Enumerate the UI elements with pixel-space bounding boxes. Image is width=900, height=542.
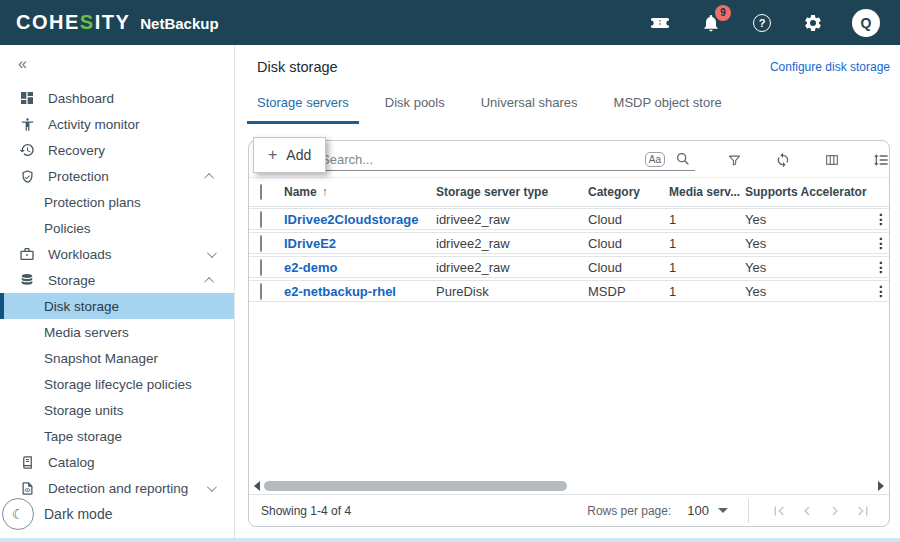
help-icon[interactable]: ? xyxy=(750,11,774,35)
gear-icon xyxy=(803,13,823,33)
sidebar-collapse-icon[interactable]: « xyxy=(18,55,34,73)
sidebar-item-activity-monitor[interactable]: Activity monitor xyxy=(0,111,234,137)
user-avatar[interactable]: Q xyxy=(852,9,880,37)
sidebar-item-label: Workloads xyxy=(48,247,112,262)
column-header-category[interactable]: Category xyxy=(588,185,669,199)
row-checkbox[interactable] xyxy=(260,283,262,300)
column-header-supports-accelerator[interactable]: Supports Accelerator xyxy=(745,185,873,199)
tab-bar: Storage servers Disk pools Universal sha… xyxy=(247,95,900,124)
select-all-checkbox[interactable] xyxy=(260,184,262,200)
row-checkbox[interactable] xyxy=(260,259,262,276)
storage-server-name-link[interactable]: e2-demo xyxy=(284,260,436,275)
table-row[interactable]: IDrivee2Cloudstorage idrivee2_raw Cloud … xyxy=(249,208,889,230)
sidebar-item-disk-storage[interactable]: Disk storage xyxy=(0,293,234,319)
sidebar-item-policies[interactable]: Policies xyxy=(0,215,234,241)
sidebar-item-recovery[interactable]: Recovery xyxy=(0,137,234,163)
scroll-right-arrow[interactable] xyxy=(878,481,884,491)
column-header-media-servers[interactable]: Media serv... xyxy=(669,185,745,199)
sidebar-item-storage[interactable]: Storage xyxy=(0,267,234,293)
cell-storage-server-type: idrivee2_raw xyxy=(436,236,588,251)
main-content: Disk storage Configure disk storage Stor… xyxy=(235,45,900,538)
page-title: Disk storage xyxy=(257,59,338,75)
column-header-storage-server-type[interactable]: Storage server type xyxy=(436,185,588,199)
sort-ascending-icon: ↑ xyxy=(322,185,328,199)
scrollbar-thumb[interactable] xyxy=(264,481,567,491)
add-button[interactable]: + Add xyxy=(253,137,326,173)
refresh-icon[interactable] xyxy=(775,152,791,168)
cell-supports-accelerator: Yes xyxy=(745,212,873,227)
dashboard-icon xyxy=(18,90,36,106)
row-actions-kebab-icon[interactable]: ⋮ xyxy=(873,260,889,274)
sidebar-item-label: Media servers xyxy=(44,325,129,340)
match-case-toggle[interactable]: Aa xyxy=(645,152,665,167)
cell-storage-server-type: idrivee2_raw xyxy=(436,212,588,227)
sidebar-item-workloads[interactable]: Workloads xyxy=(0,241,234,267)
row-checkbox[interactable] xyxy=(260,211,262,228)
configure-disk-storage-link[interactable]: Configure disk storage xyxy=(770,60,890,74)
sidebar-item-snapshot-manager[interactable]: Snapshot Manager xyxy=(0,345,234,371)
tab-disk-pools[interactable]: Disk pools xyxy=(375,95,455,124)
sidebar-item-protection-plans[interactable]: Protection plans xyxy=(0,189,234,215)
moon-icon: ☾ xyxy=(2,498,34,530)
shield-check-icon xyxy=(18,169,36,184)
license-ticket-icon[interactable] xyxy=(648,11,672,35)
restore-clock-icon xyxy=(18,142,36,158)
table-row[interactable]: e2-netbackup-rhel PureDisk MSDP 1 Yes ⋮ xyxy=(249,280,889,302)
sidebar-item-tape-storage[interactable]: Tape storage xyxy=(0,423,234,449)
app-window: COHESITY NetBackup 9 ? xyxy=(0,0,900,542)
row-checkbox[interactable] xyxy=(260,235,262,252)
storage-server-name-link[interactable]: e2-netbackup-rhel xyxy=(284,284,436,299)
storage-servers-card: + Add Aa xyxy=(248,140,890,527)
tab-storage-servers[interactable]: Storage servers xyxy=(247,95,359,124)
next-page-button[interactable] xyxy=(821,499,849,523)
sidebar-item-label: Tape storage xyxy=(44,429,122,444)
first-page-button[interactable] xyxy=(765,499,793,523)
footer-divider xyxy=(748,499,749,523)
dark-mode-toggle[interactable]: ☾ Dark mode xyxy=(2,498,112,530)
sidebar-item-media-servers[interactable]: Media servers xyxy=(0,319,234,345)
sidebar-item-catalog[interactable]: Catalog xyxy=(0,449,234,475)
column-header-name[interactable]: Name↑ xyxy=(284,185,436,199)
storage-server-name-link[interactable]: IDriveE2 xyxy=(284,236,436,251)
sidebar-item-label: Disk storage xyxy=(44,299,119,314)
brand-text-2: ITY xyxy=(95,11,131,34)
row-actions-kebab-icon[interactable]: ⋮ xyxy=(873,236,889,250)
search-input[interactable] xyxy=(321,152,645,167)
column-label: Name xyxy=(284,185,317,199)
sidebar-item-label: Activity monitor xyxy=(48,117,140,132)
row-actions-kebab-icon[interactable]: ⋮ xyxy=(873,284,889,298)
sidebar-item-dashboard[interactable]: Dashboard xyxy=(0,85,234,111)
sidebar-item-label: Detection and reporting xyxy=(48,481,188,496)
tab-universal-shares[interactable]: Universal shares xyxy=(471,95,588,124)
storage-server-name-link[interactable]: IDrivee2Cloudstorage xyxy=(284,212,436,227)
person-icon xyxy=(18,117,36,132)
filter-icon[interactable] xyxy=(727,153,742,168)
sidebar-item-storage-units[interactable]: Storage units xyxy=(0,397,234,423)
sidebar-item-protection[interactable]: Protection xyxy=(0,163,234,189)
sidebar-item-storage-lifecycle-policies[interactable]: Storage lifecycle policies xyxy=(0,371,234,397)
notifications-bell-icon[interactable]: 9 xyxy=(699,11,723,35)
columns-icon[interactable] xyxy=(824,152,840,168)
row-height-icon[interactable] xyxy=(873,152,889,168)
sidebar-item-label: Storage lifecycle policies xyxy=(44,377,192,392)
table-row[interactable]: e2-demo idrivee2_raw Cloud 1 Yes ⋮ xyxy=(249,256,889,278)
settings-gear-icon[interactable] xyxy=(801,11,825,35)
cell-supports-accelerator: Yes xyxy=(745,260,873,275)
tab-msdp-object-store[interactable]: MSDP object store xyxy=(604,95,732,124)
rows-per-page-select[interactable]: 100 xyxy=(687,503,728,518)
previous-page-button[interactable] xyxy=(793,499,821,523)
last-page-button[interactable] xyxy=(849,499,877,523)
briefcase-icon xyxy=(18,246,36,262)
table-row[interactable]: IDriveE2 idrivee2_raw Cloud 1 Yes ⋮ xyxy=(249,232,889,254)
cell-media-servers: 1 xyxy=(669,236,745,251)
row-actions-kebab-icon[interactable]: ⋮ xyxy=(873,212,889,226)
scroll-left-arrow[interactable] xyxy=(254,481,260,491)
rows-per-page-value: 100 xyxy=(687,503,709,518)
plus-icon: + xyxy=(268,146,277,164)
toolbar-icon-group xyxy=(727,152,889,168)
search-icon[interactable] xyxy=(675,151,691,167)
brand-accent-letter: S xyxy=(80,11,95,34)
cell-category: Cloud xyxy=(588,260,669,275)
scrollbar-track[interactable] xyxy=(263,481,875,491)
cell-storage-server-type: idrivee2_raw xyxy=(436,260,588,275)
